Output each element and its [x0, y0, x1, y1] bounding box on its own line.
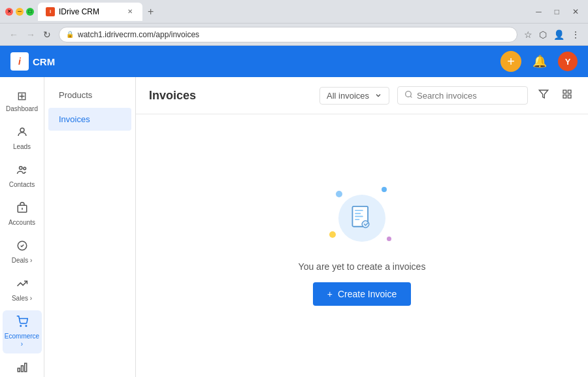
- content-header: Invoices All invoices: [136, 77, 588, 114]
- dot-yellow: [329, 231, 336, 238]
- svg-rect-18: [568, 90, 571, 93]
- bookmark-icon[interactable]: ☆: [523, 28, 534, 41]
- tab-favicon: i: [46, 7, 55, 16]
- svg-rect-23: [355, 213, 361, 214]
- sub-sidebar-item-invoices[interactable]: Invoices: [48, 108, 131, 131]
- sub-sidebar: Products Invoices: [44, 77, 136, 377]
- sidebar-item-contacts[interactable]: Contacts: [3, 159, 42, 194]
- win-minimize-btn[interactable]: ─: [532, 6, 546, 18]
- svg-rect-25: [355, 219, 359, 220]
- navigation-buttons: ← → ↻: [7, 28, 54, 41]
- search-bar: [397, 86, 528, 105]
- svg-rect-20: [563, 95, 566, 98]
- tab-close-button[interactable]: ✕: [125, 7, 135, 16]
- svg-point-2: [23, 167, 25, 170]
- url-text: watch1.idrivecrm.com/app/invoices: [78, 30, 199, 39]
- svg-line-15: [410, 96, 412, 97]
- new-tab-button[interactable]: +: [145, 6, 156, 18]
- sales-icon: [16, 278, 28, 293]
- window-controls: ✕ ─ □: [5, 8, 34, 16]
- empty-message: You are yet to create a invoices: [299, 261, 426, 272]
- filter-dropdown[interactable]: All invoices: [319, 87, 389, 105]
- accounts-icon: [16, 202, 28, 217]
- sidebar-item-deals[interactable]: Deals ›: [3, 235, 42, 270]
- svg-rect-7: [18, 369, 20, 372]
- main-content: Invoices All invoices: [136, 77, 588, 377]
- deals-icon: [16, 240, 28, 255]
- address-bar: ← → ↻ 🔒 watch1.idrivecrm.com/app/invoice…: [0, 24, 588, 46]
- create-invoice-plus-icon: +: [327, 289, 333, 299]
- empty-illustration: [323, 186, 401, 251]
- sidebar: ⊞ Dashboard Leads Contacts Accounts: [0, 77, 44, 377]
- grid-view-button[interactable]: [559, 86, 575, 105]
- url-bar[interactable]: 🔒 watch1.idrivecrm.com/app/invoices: [59, 27, 517, 42]
- svg-rect-9: [24, 363, 26, 372]
- sidebar-item-ecommerce[interactable]: Ecommerce ›: [3, 310, 42, 353]
- dashboard-icon: ⊞: [17, 89, 27, 103]
- svg-point-1: [19, 167, 22, 170]
- win-close-btn[interactable]: ✕: [568, 6, 583, 18]
- add-button[interactable]: +: [500, 51, 521, 72]
- notifications-button[interactable]: 🔔: [529, 51, 550, 72]
- sidebar-label-deals: Deals ›: [12, 257, 33, 265]
- search-icon: [404, 90, 413, 101]
- window-maximize-button[interactable]: □: [26, 8, 34, 16]
- main-area: ⊞ Dashboard Leads Contacts Accounts: [0, 77, 588, 377]
- window-close-button[interactable]: ✕: [5, 8, 13, 16]
- win-maximize-btn[interactable]: □: [551, 6, 563, 18]
- sidebar-label-leads: Leads: [13, 143, 31, 151]
- sub-sidebar-item-products[interactable]: Products: [48, 84, 131, 107]
- app-header: i CRM + 🔔 Y: [0, 46, 588, 77]
- sidebar-item-accounts[interactable]: Accounts: [3, 197, 42, 232]
- app-logo: i CRM: [10, 52, 55, 71]
- create-invoice-label: Create Invoice: [338, 289, 397, 299]
- dot-blue-light: [336, 191, 342, 197]
- profile-icon[interactable]: 👤: [552, 28, 566, 41]
- menu-icon[interactable]: ⋮: [570, 28, 581, 41]
- sidebar-item-dashboard[interactable]: ⊞ Dashboard: [3, 84, 42, 118]
- extensions-icon[interactable]: ⬡: [538, 28, 548, 41]
- page-title: Invoices: [149, 89, 196, 103]
- filter-label: All invoices: [327, 91, 369, 101]
- svg-rect-17: [563, 90, 566, 93]
- sidebar-label-accounts: Accounts: [8, 219, 35, 227]
- url-lock-icon: 🔒: [66, 31, 74, 38]
- chevron-down-icon: [374, 91, 382, 99]
- dot-blue-med: [382, 187, 387, 192]
- tab-bar: i IDrive CRM ✕ +: [38, 3, 528, 21]
- sidebar-label-contacts: Contacts: [9, 181, 35, 189]
- empty-state: You are yet to create a invoices + Creat…: [136, 114, 588, 377]
- sidebar-item-analytics[interactable]: Analytics ›: [3, 356, 42, 377]
- back-button[interactable]: ←: [7, 28, 21, 41]
- svg-rect-19: [568, 95, 571, 98]
- search-input[interactable]: [417, 91, 502, 101]
- app: i CRM + 🔔 Y ⊞ Dashboard Leads: [0, 46, 588, 377]
- create-invoice-button[interactable]: + Create Invoice: [313, 282, 411, 306]
- svg-rect-22: [355, 210, 363, 211]
- logo-letter: i: [18, 56, 21, 67]
- filter-button[interactable]: [536, 86, 551, 105]
- sidebar-label-sales: Sales ›: [12, 295, 32, 303]
- svg-rect-24: [355, 216, 363, 217]
- browser-window-buttons: ─ □ ✕: [532, 6, 583, 18]
- forward-button[interactable]: →: [24, 28, 38, 41]
- leads-icon: [16, 126, 28, 141]
- tab-title: IDrive CRM: [59, 7, 99, 16]
- svg-point-0: [20, 128, 24, 132]
- contacts-icon: [16, 164, 28, 179]
- sidebar-item-sales[interactable]: Sales ›: [3, 272, 42, 308]
- ecommerce-icon: [16, 316, 28, 331]
- app-name: CRM: [33, 56, 55, 67]
- svg-marker-16: [539, 90, 547, 98]
- dot-purple: [387, 237, 391, 241]
- logo-icon: i: [10, 52, 29, 71]
- sidebar-item-leads[interactable]: Leads: [3, 121, 42, 156]
- svg-point-6: [25, 325, 27, 327]
- svg-point-14: [406, 91, 412, 97]
- active-tab[interactable]: i IDrive CRM ✕: [38, 3, 142, 21]
- sidebar-label-ecommerce: Ecommerce ›: [5, 333, 39, 348]
- user-avatar[interactable]: Y: [558, 52, 578, 71]
- refresh-button[interactable]: ↻: [41, 28, 54, 41]
- address-actions: ☆ ⬡ 👤 ⋮: [523, 28, 581, 41]
- window-minimize-button[interactable]: ─: [16, 8, 24, 16]
